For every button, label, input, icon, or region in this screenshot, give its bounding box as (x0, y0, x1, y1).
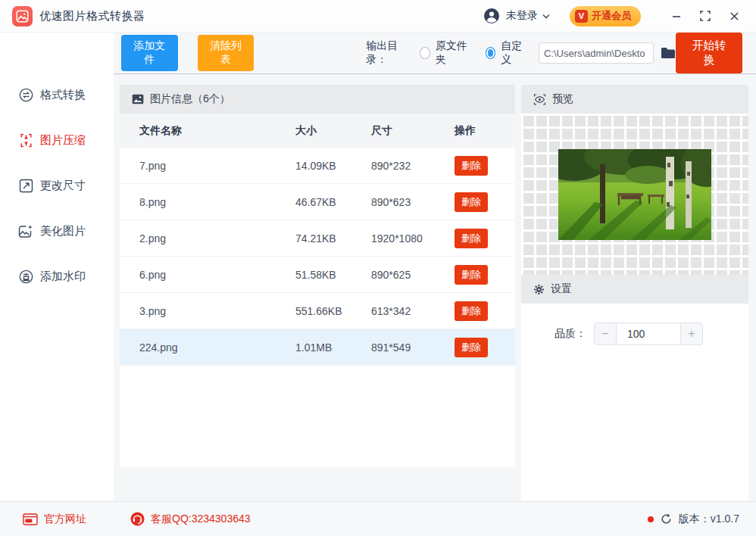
app-logo-icon (12, 6, 33, 26)
file-size: 51.58KB (295, 269, 371, 281)
file-name: 2.png (120, 232, 295, 245)
file-size: 14.09KB (295, 160, 371, 172)
stamp-icon (18, 269, 33, 284)
sidebar-item-watermark[interactable]: 添加水印 (0, 260, 114, 293)
status-dot (648, 516, 654, 522)
image-info-header: 图片信息（6个） (120, 85, 515, 114)
radio-original-label: 原文件夹 (436, 39, 472, 67)
delete-button[interactable]: 删除 (455, 301, 488, 321)
preview-image (558, 149, 711, 240)
settings-header: 设置 (521, 275, 748, 304)
file-name: 6.png (120, 269, 295, 281)
browse-folder-button[interactable] (661, 47, 676, 59)
sidebar-item-resize[interactable]: 更改尺寸 (0, 169, 114, 202)
preview-title: 预览 (552, 92, 573, 106)
start-convert-button[interactable]: 开始转换 (676, 33, 742, 73)
file-size: 74.21KB (295, 232, 371, 245)
delete-button[interactable]: 删除 (455, 229, 488, 248)
quality-decrease-button[interactable]: − (594, 323, 617, 345)
preview-eye-icon (533, 94, 546, 105)
preview-header: 预览 (521, 85, 748, 114)
sidebar-item-format-convert[interactable]: 格式转换 (0, 78, 114, 111)
sidebar-item-label: 图片压缩 (40, 133, 86, 148)
output-path-input[interactable] (539, 42, 654, 64)
support-qq-label: 客服QQ:3234303643 (151, 513, 251, 526)
add-files-button[interactable]: 添加文件 (121, 35, 178, 71)
swap-arrows-icon (18, 87, 33, 102)
delete-button[interactable]: 删除 (455, 265, 488, 285)
settings-body: 品质： − + (521, 304, 748, 501)
file-dimensions: 890*232 (371, 160, 455, 172)
login-button[interactable]: 未登录 (483, 8, 550, 24)
file-dimensions: 891*549 (371, 341, 455, 354)
delete-button[interactable]: 删除 (455, 156, 488, 176)
radio-custom-folder[interactable]: 自定义 (486, 39, 528, 67)
support-qq-link[interactable]: 客服QQ:3234303643 (130, 512, 251, 526)
app-window: 优速图片格式转换器 未登录 V 开通会员 (0, 0, 756, 536)
toolbar: 添加文件 清除列表 输出目录： 原文件夹 自定义 开始转换 (114, 33, 756, 74)
column-header: 尺寸 (371, 124, 455, 138)
file-dimensions: 613*342 (371, 305, 455, 317)
sidebar-menu: 格式转换图片压缩更改尺寸美化图片添加水印 (0, 33, 114, 501)
table-row[interactable]: 7.png14.09KB890*232删除 (120, 148, 515, 184)
delete-button[interactable]: 删除 (455, 338, 488, 357)
radio-original-folder[interactable]: 原文件夹 (420, 39, 472, 67)
settings-title: 设置 (551, 282, 572, 296)
content-column: 添加文件 清除列表 输出目录： 原文件夹 自定义 开始转换 (114, 33, 756, 501)
table-header-row: 文件名称大小尺寸操作 (120, 114, 515, 148)
preview-canvas (521, 114, 748, 275)
footer-bar: 官方网址 客服QQ:3234303643 版本：v1.0.7 (0, 501, 756, 536)
quality-row: 品质： − + (521, 323, 748, 345)
table-row[interactable]: 2.png74.21KB1920*1080删除 (120, 220, 515, 257)
quality-increase-button[interactable]: + (680, 323, 703, 345)
version-label: 版本：v1.0.7 (679, 513, 739, 526)
user-avatar-icon (483, 8, 500, 24)
main-area: 格式转换图片压缩更改尺寸美化图片添加水印 添加文件 清除列表 输出目录： 原文件… (0, 33, 756, 501)
login-label: 未登录 (506, 9, 538, 23)
radio-custom-label: 自定义 (501, 39, 528, 67)
minimize-button[interactable] (665, 5, 688, 27)
image-list-card: 图片信息（6个） 文件名称大小尺寸操作 7.png14.09KB890*232删… (120, 85, 515, 467)
sidebar-item-beautify[interactable]: 美化图片 (0, 214, 114, 248)
vip-badge-icon: V (575, 10, 588, 23)
output-dir-label: 输出目录： (366, 39, 412, 67)
table-row[interactable]: 3.png551.66KB613*342删除 (120, 293, 515, 329)
refresh-icon[interactable] (661, 513, 672, 525)
sidebar-item-label: 更改尺寸 (40, 179, 86, 193)
compress-icon (18, 132, 33, 148)
table-row[interactable]: 224.png1.01MB891*549删除 (120, 329, 515, 366)
file-name: 7.png (120, 160, 295, 172)
file-name: 3.png (120, 305, 295, 317)
app-title: 优速图片格式转换器 (39, 9, 145, 23)
radio-custom-icon (486, 47, 496, 59)
beautify-icon (18, 223, 33, 238)
chevron-down-icon (542, 14, 550, 19)
maximize-button[interactable] (694, 5, 717, 27)
titlebar: 优速图片格式转换器 未登录 V 开通会员 (0, 0, 756, 33)
column-header: 大小 (295, 124, 371, 138)
quality-input[interactable] (617, 323, 680, 345)
content-body: 图片信息（6个） 文件名称大小尺寸操作 7.png14.09KB890*232删… (114, 74, 756, 501)
file-size: 46.67KB (295, 196, 371, 208)
close-button[interactable] (723, 5, 745, 27)
delete-button[interactable]: 删除 (455, 192, 488, 212)
sidebar-item-label: 美化图片 (40, 224, 86, 238)
file-dimensions: 890*623 (371, 196, 455, 208)
quality-stepper: − + (594, 323, 703, 345)
file-size: 551.66KB (295, 305, 371, 317)
image-info-title: 图片信息（6个） (150, 92, 230, 106)
sidebar-item-image-compress[interactable]: 图片压缩 (0, 123, 114, 157)
right-panel: 预览 (521, 85, 748, 501)
open-vip-button[interactable]: V 开通会员 (570, 6, 641, 26)
footer-right: 版本：v1.0.7 (648, 513, 739, 526)
table-row[interactable]: 6.png51.58KB890*625删除 (120, 257, 515, 293)
table-row[interactable]: 8.png46.67KB890*623删除 (120, 184, 515, 220)
clear-list-button[interactable]: 清除列表 (198, 35, 255, 71)
customer-service-icon (130, 512, 145, 526)
website-icon (23, 513, 38, 525)
resize-icon (18, 178, 33, 193)
vip-label: 开通会员 (592, 9, 631, 23)
column-header: 操作 (455, 124, 515, 138)
official-website-link[interactable]: 官方网址 (23, 513, 86, 526)
file-dimensions: 1920*1080 (371, 232, 455, 245)
